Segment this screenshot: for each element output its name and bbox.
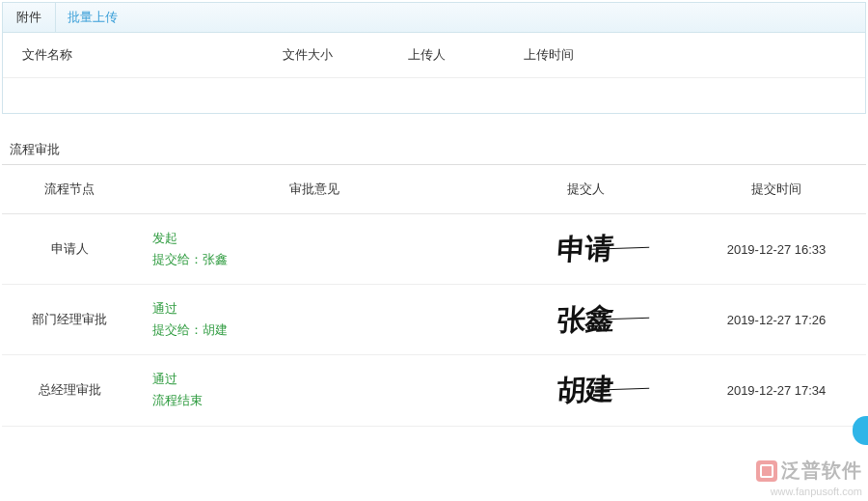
approval-table: 流程节点 审批意见 提交人 提交时间 申请人 发起 提交给：张鑫 申请 2019… [2,165,866,427]
attachments-header: 附件 批量上传 [3,3,865,33]
node-label: 申请人 [2,214,137,285]
node-label: 部门经理审批 [2,285,137,355]
col-filesize: 文件大小 [273,33,398,77]
col-filename: 文件名称 [3,33,273,77]
submit-to-name: 张鑫 [203,252,228,266]
col-action-2 [746,33,865,77]
approval-row: 部门经理审批 通过 提交给：胡建 张鑫 2019-12-27 17:26 [2,285,866,355]
col-action-1 [668,33,746,77]
col-node: 流程节点 [2,165,137,214]
attachments-empty-body [3,78,865,113]
attachments-tab[interactable]: 附件 [3,3,56,32]
node-label: 总经理审批 [2,355,137,426]
status-text: 发起 [152,228,476,249]
attachments-table: 文件名称 文件大小 上传人 上传时间 [3,33,865,113]
col-submitter: 提交人 [484,165,687,214]
submit-to-name: 胡建 [203,322,228,337]
submit-time: 2019-12-27 17:26 [687,285,866,355]
approval-row: 申请人 发起 提交给：张鑫 申请 2019-12-27 16:33 [2,214,866,285]
submit-to-prefix: 提交给： [152,252,203,266]
signature-image: 张鑫 [556,299,614,341]
approval-row: 总经理审批 通过 流程结束 胡建 2019-12-27 17:34 [2,355,866,426]
opinion-cell: 发起 提交给：张鑫 [137,214,484,285]
col-uploader: 上传人 [398,33,514,77]
submit-time: 2019-12-27 17:34 [687,355,866,426]
submit-to-prefix: 提交给： [152,322,203,337]
submit-to-line: 提交给：张鑫 [152,249,476,270]
col-upload-time: 上传时间 [514,33,668,77]
col-submit-time: 提交时间 [687,165,866,214]
col-opinion: 审批意见 [137,165,484,214]
signature-cell: 张鑫 [484,285,687,355]
approval-section-title: 流程审批 [2,133,866,165]
attachments-table-header: 文件名称 文件大小 上传人 上传时间 [3,33,865,78]
opinion-cell: 通过 提交给：胡建 [137,285,484,355]
signature-image: 申请 [556,229,614,270]
submit-time: 2019-12-27 16:33 [687,214,866,285]
submit-to-line: 提交给：胡建 [152,320,476,341]
approval-header-row: 流程节点 审批意见 提交人 提交时间 [2,165,866,214]
attachments-panel: 附件 批量上传 文件名称 文件大小 上传人 上传时间 [2,2,866,114]
status-text: 通过 [152,298,476,320]
signature-cell: 胡建 [484,355,687,426]
bulk-upload-button[interactable]: 批量上传 [56,3,129,32]
signature-image: 胡建 [556,370,614,411]
end-text: 流程结束 [152,390,476,411]
signature-cell: 申请 [484,214,687,285]
opinion-cell: 通过 流程结束 [137,355,484,426]
status-text: 通过 [152,369,476,390]
